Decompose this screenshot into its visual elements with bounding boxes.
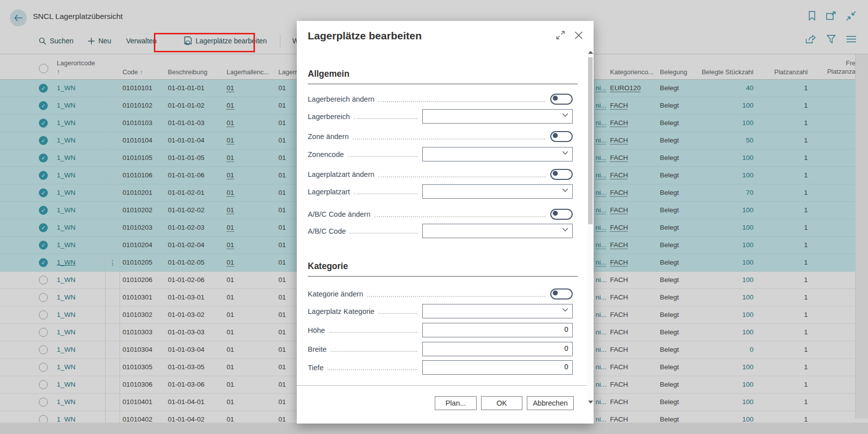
dotted-leader [331, 350, 417, 352]
toggle-off[interactable] [550, 131, 573, 142]
dialog-field-row: Breite0 [308, 342, 573, 356]
scrollbar-up-arrow-icon[interactable] [588, 51, 593, 54]
combo-input[interactable] [422, 224, 573, 238]
chevron-down-icon[interactable] [562, 308, 568, 312]
dotted-leader [367, 295, 545, 297]
field-label: A/B/C Code [308, 227, 346, 235]
edit-bins-dialog: Lagerplätze bearbeiten Allgemein Kategor… [297, 21, 594, 424]
close-dialog-icon[interactable] [575, 31, 583, 39]
toggle-off[interactable] [550, 94, 573, 105]
number-input-value: 0 [564, 344, 568, 352]
chevron-down-icon[interactable] [562, 188, 568, 192]
dotted-leader [378, 312, 417, 314]
toggle-off[interactable] [550, 209, 573, 220]
toggle-knob [553, 290, 558, 295]
plan-button[interactable]: Plan... [435, 396, 477, 410]
combo-input[interactable] [422, 184, 573, 199]
field-label: Breite [308, 345, 327, 353]
dotted-leader [378, 176, 545, 177]
toggle-knob [553, 133, 558, 138]
field-label: Lagerplatz Kategorie [308, 307, 374, 315]
cancel-button[interactable]: Abbrechen [527, 396, 574, 410]
dotted-leader [329, 331, 417, 333]
dialog-title: Lagerplätze bearbeiten [308, 30, 422, 42]
expand-dialog-icon[interactable] [556, 31, 565, 39]
ok-button[interactable]: OK [481, 396, 522, 410]
field-label: Höhe [308, 326, 325, 334]
number-input[interactable]: 0 [422, 360, 573, 375]
dialog-field-row: Lagerplatzart [308, 184, 573, 199]
field-label: Lagerbereich [308, 113, 350, 121]
toggle-knob [553, 96, 558, 101]
dialog-scrollbar-thumb[interactable] [588, 57, 593, 224]
dialog-field-row: Kategorie ändern [308, 289, 573, 299]
dialog-field-row: Tiefe0 [308, 360, 573, 375]
chevron-down-icon[interactable] [562, 113, 568, 117]
dotted-leader [378, 101, 545, 102]
dotted-leader [328, 369, 417, 370]
dialog-field-row: A/B/C Code ändern [308, 209, 573, 220]
dialog-field-row: Lagerplatz Kategorie [308, 304, 573, 318]
dotted-leader [354, 118, 417, 119]
toggle-knob [553, 211, 558, 216]
field-label: Tiefe [308, 364, 324, 372]
scrollbar-down-arrow-icon[interactable] [588, 401, 593, 404]
app-window: SNCL Lagerplatzübersicht Suchen [0, 0, 868, 434]
section-header-kategorie: Kategorie [308, 261, 578, 277]
chevron-down-icon[interactable] [562, 151, 568, 155]
number-input[interactable]: 0 [422, 342, 573, 356]
dialog-scrollbar[interactable] [587, 50, 594, 405]
section-header-allgemein: Allgemein [308, 69, 578, 84]
dialog-footer-divider [297, 385, 594, 386]
dialog-field-row: Zonencode [308, 147, 573, 161]
combo-input[interactable] [422, 109, 573, 124]
number-input-value: 0 [564, 325, 568, 333]
field-label: Lagerplatzart ändern [308, 170, 374, 178]
number-input[interactable]: 0 [422, 323, 573, 337]
dialog-field-row: Höhe0 [308, 323, 573, 337]
dotted-leader [353, 138, 545, 140]
toggle-knob [553, 171, 558, 176]
field-label: Zonencode [308, 150, 344, 158]
field-label: Kategorie ändern [308, 290, 363, 298]
dialog-field-row: Lagerbereich [308, 109, 573, 124]
dotted-leader [348, 155, 417, 157]
chevron-down-icon[interactable] [562, 228, 568, 232]
dotted-leader [354, 193, 417, 194]
toggle-off[interactable] [550, 169, 573, 180]
field-label: A/B/C Code ändern [308, 210, 371, 218]
dotted-leader [374, 216, 545, 217]
dotted-leader [350, 232, 417, 234]
dialog-field-row: Lagerbereich ändern [308, 94, 573, 105]
field-label: Zone ändern [308, 133, 349, 141]
combo-input[interactable] [422, 304, 573, 318]
field-label: Lagerplatzart [308, 188, 350, 196]
number-input-value: 0 [564, 363, 568, 371]
field-label: Lagerbereich ändern [308, 95, 374, 103]
dialog-field-row: Lagerplatzart ändern [308, 169, 573, 180]
dialog-field-row: Zone ändern [308, 131, 573, 142]
toggle-off[interactable] [550, 289, 573, 299]
combo-input[interactable] [422, 147, 573, 161]
dialog-field-row: A/B/C Code [308, 224, 573, 238]
